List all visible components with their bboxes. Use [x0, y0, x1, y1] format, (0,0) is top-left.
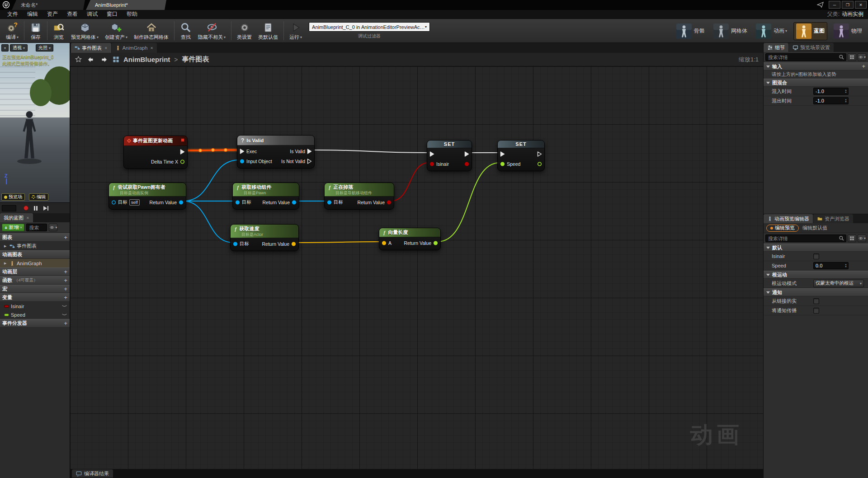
preview-character[interactable]	[18, 110, 41, 162]
exec-pin-icon[interactable]	[307, 159, 312, 164]
menu-asset[interactable]: 资产	[42, 10, 62, 19]
spinner-arrows-icon[interactable]: ▴▾	[844, 263, 848, 268]
expander-icon[interactable]	[766, 82, 770, 84]
exec-pin-icon[interactable]	[500, 151, 505, 157]
expander-icon[interactable]	[766, 274, 770, 276]
node-is-falling[interactable]: ƒ正在掉落目标是导航移动组件目标Return Value	[324, 183, 394, 210]
data-pin-icon[interactable]	[429, 161, 434, 167]
mbp-category-variables[interactable]: 变量+	[0, 293, 70, 302]
data-pin-icon[interactable]	[500, 161, 505, 167]
node-header[interactable]: 事件蓝图更新动画	[124, 136, 187, 146]
mode-blueprint-button[interactable]: 蓝图	[793, 22, 827, 40]
data-pin-icon[interactable]	[292, 200, 297, 205]
anim-preview-search-input[interactable]	[767, 235, 839, 242]
mode-physics-button[interactable]: 物理	[831, 23, 864, 40]
lighting-button[interactable]: 光照▾	[36, 44, 53, 52]
menu-file[interactable]: 文件	[3, 10, 23, 19]
toolbar-save-button[interactable]: 保存	[27, 19, 45, 42]
menu-help[interactable]: 帮助	[122, 10, 142, 19]
mbp-variable-speed[interactable]: Speed	[0, 310, 70, 319]
add-input-pose-button[interactable]: +	[862, 64, 865, 69]
edit-defaults-toggle[interactable]: 编辑默认值	[802, 225, 827, 231]
record-button[interactable]	[21, 204, 31, 213]
node-header[interactable]: ƒ获取移动组件目标是Pawn	[233, 183, 299, 197]
toolbar-staticmesh-button[interactable]: 制作静态网格体	[131, 19, 172, 42]
anim-view-options-button[interactable]: ▾	[858, 234, 866, 242]
mbp-category-animation-layers[interactable]: 动画层+	[0, 267, 70, 276]
mode-mesh-button[interactable]: 网格体	[711, 23, 750, 40]
blend-out-time-input[interactable]: -1.0▴▾	[813, 97, 849, 104]
details-section-graph-blending[interactable]: 图混合	[764, 79, 868, 87]
exec-pin-icon[interactable]	[240, 149, 245, 154]
data-pin-icon[interactable]	[240, 159, 245, 164]
add-macros-icon[interactable]: +	[64, 287, 67, 291]
node-event-blueprint-update-animation[interactable]: 事件蓝图更新动画Delta Time X	[123, 136, 188, 169]
node-get-velocity[interactable]: ƒ获取速度目标是Actor目标Return Value	[230, 224, 299, 251]
toolbar-compile-button[interactable]: ?编译▾	[3, 19, 22, 42]
menu-window[interactable]: 窗口	[102, 10, 122, 19]
window-tab-animblueprint[interactable]: AnimBlueprint*	[86, 0, 166, 10]
exec-pin-icon[interactable]	[537, 151, 542, 157]
anim-section-default[interactable]: 默认	[764, 244, 868, 252]
node-set-speed[interactable]: SETSpeed	[497, 140, 545, 171]
details-view-options-button[interactable]: ▾	[858, 53, 866, 61]
data-pin-icon[interactable]	[235, 200, 240, 205]
node-is-valid[interactable]: ?Is ValidExecIs ValidInput ObjectIs Not …	[237, 135, 315, 169]
data-pin-icon[interactable]	[233, 241, 238, 247]
data-pin-icon[interactable]	[464, 161, 469, 167]
viewport-options-button[interactable]: ▾	[1, 44, 9, 52]
add-variables-icon[interactable]: +	[64, 295, 67, 300]
root-motion-mode-dropdown[interactable]: 仅蒙太奇中的根运▾	[813, 280, 864, 287]
menu-view[interactable]: 查看	[62, 10, 82, 19]
add-functions-icon[interactable]: +	[64, 278, 67, 283]
menu-edit[interactable]: 编辑	[23, 10, 42, 19]
close-tab-icon[interactable]: ✕	[104, 46, 108, 50]
anim-section-notify[interactable]: 通知	[764, 288, 868, 296]
expander-icon[interactable]: ▶	[4, 244, 8, 248]
toolbar-create-button[interactable]: 创建资产▾	[102, 19, 131, 42]
add-new-button[interactable]: +新增▾	[2, 224, 24, 231]
expander-icon[interactable]	[766, 291, 770, 294]
minimize-button[interactable]: ─	[829, 1, 840, 9]
edit-preview-toggle[interactable]: 编辑预览	[766, 225, 799, 232]
exec-pin-icon[interactable]	[307, 149, 312, 154]
maximize-button[interactable]: ❐	[842, 1, 854, 9]
menu-debug[interactable]: 调试	[82, 10, 102, 19]
mbp-category-macros[interactable]: 宏+	[0, 285, 70, 293]
node-header[interactable]: ƒ向量长度	[379, 228, 440, 237]
anim-section-root-motion[interactable]: 根运动	[764, 271, 868, 279]
notify-from-linked-checkbox[interactable]	[813, 298, 819, 304]
toolbar-defaults-button[interactable]: 类默认值	[255, 19, 281, 42]
perspective-button[interactable]: 透视▾	[10, 44, 28, 52]
parent-class-value[interactable]: 动画实例	[842, 11, 863, 17]
breadcrumb-root[interactable]: AnimBlueprint	[123, 56, 170, 63]
node-header[interactable]: ƒ正在掉落目标是导航移动组件	[325, 183, 394, 197]
add-event-dispatchers-icon[interactable]: +	[64, 321, 67, 326]
details-search-input[interactable]	[767, 54, 839, 61]
mbp-category-event-dispatchers[interactable]: 事件分发器+	[0, 319, 70, 328]
data-pin-icon[interactable]	[537, 161, 542, 167]
isinair-checkbox[interactable]	[813, 253, 819, 259]
debug-object-dropdown[interactable]: AnimBlueprint_C_0 in AnimationEditorPrev…	[309, 22, 430, 32]
back-arrow-icon[interactable]	[86, 56, 95, 64]
exec-pin-icon[interactable]	[180, 149, 185, 155]
expander-icon[interactable]	[766, 247, 770, 249]
details-tab-1[interactable]: 预览场景设置	[789, 43, 834, 52]
data-pin-icon[interactable]	[433, 240, 438, 246]
mode-animation-button[interactable]: 动画▾	[754, 23, 789, 40]
my-blueprint-tab[interactable]: 我的蓝图 ✕	[0, 213, 33, 222]
add-graphs-icon[interactable]: +	[64, 235, 67, 240]
node-try-get-pawn-owner[interactable]: ƒ尝试获取Pawn拥有者目标是动画实例目标selfReturn Value	[108, 183, 186, 210]
pin-default-value[interactable]: self	[129, 199, 140, 206]
window-tab-untitled[interactable]: 未命名*	[12, 0, 85, 10]
toolbar-browse-button[interactable]: 浏览	[50, 19, 68, 42]
mbp-category-graphs[interactable]: 图表+	[0, 233, 70, 242]
preview-scene-button[interactable]: 预览场	[1, 193, 25, 201]
data-pin-icon[interactable]	[382, 240, 387, 246]
spinner-arrows-icon[interactable]: ▴▾	[844, 98, 848, 103]
speed-input[interactable]: 0.0▴▾	[813, 262, 849, 269]
node-get-movement-component[interactable]: ƒ获取移动组件目标是Pawn目标Return Value	[232, 183, 299, 210]
visibility-filter-button[interactable]: ▾	[49, 224, 57, 231]
mode-skeleton-button[interactable]: 骨骼	[674, 23, 707, 40]
toolbar-hide-button[interactable]: 隐藏不相关▾	[195, 19, 229, 42]
